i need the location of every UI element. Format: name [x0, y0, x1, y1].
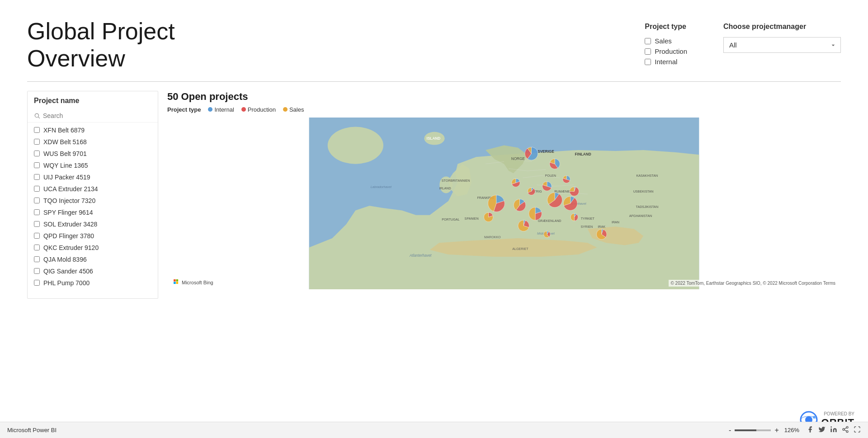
legend-sales: Sales — [283, 106, 304, 113]
project-name: PHL Pump 7000 — [43, 279, 90, 287]
project-item[interactable]: XFN Belt 6879 — [28, 124, 158, 136]
legend-internal: Internal — [208, 106, 234, 113]
twitter-icon[interactable] — [818, 426, 826, 434]
zoom-minus-button[interactable]: - — [728, 426, 732, 434]
svg-text:ALGERIET: ALGERIET — [512, 247, 528, 250]
project-name: WUS Belt 9701 — [43, 150, 87, 157]
production-dot — [241, 107, 246, 112]
zoom-control: - + 126% — [728, 426, 799, 434]
svg-text:Middelhavet: Middelhavet — [537, 231, 555, 235]
project-item[interactable]: QKC Extruder 9120 — [28, 242, 158, 254]
project-item[interactable]: SOL Extruder 3428 — [28, 218, 158, 230]
project-item[interactable]: SPY Flinger 9614 — [28, 207, 158, 218]
svg-point-41 — [830, 426, 832, 428]
project-manager-select[interactable]: All Manager 1 Manager 2 — [723, 37, 841, 53]
internal-label: Internal — [655, 58, 677, 66]
svg-text:KASAKHSTAN: KASAKHSTAN — [636, 174, 658, 178]
project-checkbox-9[interactable] — [34, 221, 40, 227]
svg-text:Atlanterhavet: Atlanterhavet — [409, 254, 432, 258]
svg-point-44 — [846, 431, 848, 433]
svg-text:GRÆKENLAND: GRÆKENLAND — [538, 219, 561, 223]
project-checkbox-10[interactable] — [34, 233, 40, 239]
map-svg: ISLAND SVERIGE FINLAND NORGE STORBRITANN… — [167, 118, 841, 289]
svg-text:MAROKKO: MAROKKO — [484, 235, 501, 239]
project-item[interactable]: WQY Line 1365 — [28, 160, 158, 171]
zoom-slider[interactable] — [735, 429, 771, 431]
project-name: QPD Flinger 3780 — [43, 232, 94, 240]
project-item[interactable]: XDW Belt 5168 — [28, 136, 158, 148]
svg-text:NORGE: NORGE — [511, 157, 525, 161]
project-name: QIG Sander 4506 — [43, 268, 93, 275]
map-section: 50 Open projects Project type Internal P… — [167, 91, 841, 422]
project-checkbox-6[interactable] — [34, 186, 40, 192]
facebook-icon[interactable] — [807, 426, 814, 434]
legend-sales-label: Sales — [289, 106, 304, 113]
svg-text:IRAN: IRAN — [612, 221, 619, 224]
project-checkbox-8[interactable] — [34, 209, 40, 215]
project-name: XDW Belt 5168 — [43, 138, 87, 146]
project-checkbox-1[interactable] — [34, 127, 40, 133]
zoom-slider-fill — [735, 429, 756, 431]
project-checkbox-2[interactable] — [34, 139, 40, 145]
svg-point-43 — [843, 429, 844, 430]
map-attribution: © 2022 TomTom, Earthstar Geographics SIO… — [669, 280, 837, 287]
project-checkbox-5[interactable] — [34, 174, 40, 180]
svg-text:TYRKIET: TYRKIET — [581, 217, 595, 221]
project-item[interactable]: TQO Injector 7320 — [28, 195, 158, 207]
project-checkbox-14[interactable] — [34, 280, 40, 286]
internal-checkbox-input[interactable] — [645, 59, 651, 65]
project-item[interactable]: QIG Sander 4506 — [28, 265, 158, 277]
project-name: SPY Flinger 9614 — [43, 209, 93, 216]
linkedin-icon[interactable] — [830, 426, 837, 434]
section-divider — [27, 81, 841, 82]
search-icon — [34, 113, 40, 119]
svg-text:TADSJIKISTAN: TADSJIKISTAN — [636, 205, 659, 209]
project-item[interactable]: QJA Mold 8396 — [28, 254, 158, 265]
project-checkbox-12[interactable] — [34, 256, 40, 262]
svg-text:POLEN: POLEN — [545, 174, 556, 178]
sales-dot — [283, 107, 288, 112]
project-list-header: Project name — [28, 97, 158, 109]
svg-text:SPANIEN: SPANIEN — [465, 217, 479, 221]
project-item[interactable]: PHL Pump 7000 — [28, 277, 158, 289]
svg-line-45 — [844, 430, 847, 431]
svg-point-42 — [846, 426, 848, 428]
svg-text:IRLAND: IRLAND — [439, 187, 451, 190]
project-checkbox-4[interactable] — [34, 162, 40, 168]
powered-by-label: POWERED BY — [821, 411, 854, 417]
project-list-panel: Project name XFN Belt 6879XDW Belt 5168W… — [27, 91, 158, 299]
svg-text:SYRIEN: SYRIEN — [580, 225, 593, 229]
svg-rect-36 — [176, 282, 178, 284]
filter-internal-checkbox[interactable]: Internal — [645, 58, 687, 66]
svg-text:RUMÆNIEN: RUMÆNIEN — [554, 190, 573, 193]
search-input[interactable] — [43, 112, 151, 119]
production-checkbox-input[interactable] — [645, 48, 651, 55]
bottom-right-controls: - + 126% — [728, 426, 861, 435]
zoom-plus-button[interactable]: + — [774, 426, 779, 434]
project-checkbox-3[interactable] — [34, 151, 40, 156]
sales-label: Sales — [655, 37, 672, 45]
project-item[interactable]: WUS Belt 9701 — [28, 148, 158, 160]
svg-rect-33 — [174, 279, 176, 282]
svg-text:Sortehavet: Sortehavet — [571, 202, 587, 206]
filter-production-checkbox[interactable]: Production — [645, 47, 687, 55]
project-checkbox-7[interactable] — [34, 198, 40, 203]
svg-text:FRANKRIG: FRANKRIG — [477, 196, 494, 199]
project-item[interactable]: UIJ Packer 4519 — [28, 171, 158, 183]
map-container[interactable]: ISLAND SVERIGE FINLAND NORGE STORBRITANN… — [167, 118, 841, 289]
project-item[interactable]: UCA Extruder 2134 — [28, 183, 158, 195]
sales-checkbox-input[interactable] — [645, 38, 651, 44]
project-item[interactable]: QPD Flinger 3780 — [28, 230, 158, 242]
share-icon[interactable] — [842, 426, 849, 434]
svg-rect-35 — [174, 282, 176, 284]
project-checkbox-13[interactable] — [34, 268, 40, 274]
project-manager-filter: Choose projectmanager All Manager 1 Mana… — [723, 23, 841, 66]
bing-logo: Microsoft Bing — [171, 278, 216, 287]
project-name: UIJ Packer 4519 — [43, 174, 90, 181]
project-checkbox-11[interactable] — [34, 245, 40, 250]
map-legend: Project type Internal Production Sales — [167, 106, 841, 113]
fullscreen-icon[interactable] — [854, 426, 861, 435]
page-title: Global Project Overview — [27, 18, 276, 72]
filter-sales-checkbox[interactable]: Sales — [645, 37, 687, 45]
legend-production: Production — [241, 106, 276, 113]
